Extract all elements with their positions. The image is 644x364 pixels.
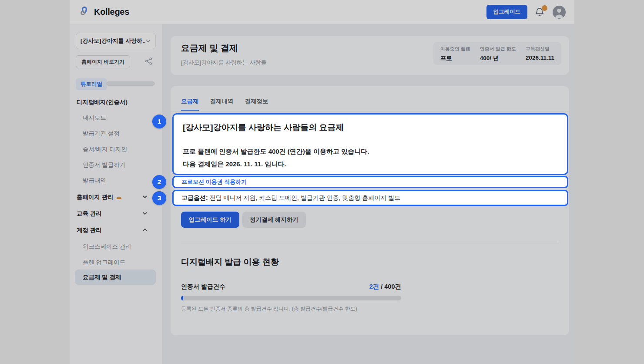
billing-card: 요금제 결제내역 결제정보 [강사모]강아지를 사랑하는 사람들의 요금제 프로… <box>171 86 569 335</box>
advanced-options-text: 전담 매니저 지원, 커스텀 도메인, 발급기관 인증, 맞춤형 홈페이지 빌드 <box>208 194 401 202</box>
page-subtitle: [강사모]강아지를 사랑하는 사람들 <box>181 59 266 67</box>
top-bar-actions: 업그레이드 <box>486 5 566 19</box>
app-window: Kolleges 업그레이드 [강사모]강아지를 사랑하... <box>70 0 574 364</box>
usage-used-count: 2건 <box>369 283 379 290</box>
highlighted-promotion-box: 프로모션 이용권 적용하기 <box>172 176 568 188</box>
brand-logo[interactable]: Kolleges <box>79 6 129 19</box>
sidebar-section-digital-badge: 디지털배지(인증서) <box>77 98 127 106</box>
highlighted-advanced-options-box: 고급옵션: 전담 매니저 지원, 커스텀 도메인, 발급기관 인증, 맞춤형 홈… <box>172 190 568 206</box>
usage-metric-row: 인증서 발급건수 2건 / 400건 <box>181 283 401 291</box>
plan-summary-cert-limit: 인증서 발급 한도 400/ 년 <box>480 46 516 61</box>
sidebar-group-label: 계정 관리 <box>77 226 102 234</box>
tab-payment-history[interactable]: 결제내역 <box>210 98 234 111</box>
usage-progress-fill <box>181 296 183 300</box>
sidebar-item-issue-history[interactable]: 발급내역 <box>83 177 106 185</box>
usage-progress-bar <box>181 296 401 300</box>
promotion-coupon-link[interactable]: 프로모션 이용권 적용하기 <box>181 178 247 186</box>
plan-summary-current-plan: 이용중인 플랜 프로 <box>440 46 470 61</box>
sidebar: [강사모]강아지를 사랑하... 홈페이지 바로가기 튜토리얼 디지털배지(인증… <box>70 24 162 364</box>
tab-bar: 요금제 결제내역 결제정보 <box>181 98 268 111</box>
workspace-selector[interactable]: [강사모]강아지를 사랑하... <box>76 33 156 49</box>
annotation-step-3: 3 <box>152 191 166 205</box>
tab-pricing[interactable]: 요금제 <box>181 98 199 111</box>
usage-metric-label: 인증서 발급건수 <box>181 283 225 291</box>
sidebar-item-dashboard[interactable]: 대시보드 <box>83 114 106 122</box>
stat-label: 인증서 발급 한도 <box>480 46 516 52</box>
sidebar-item-badge-design[interactable]: 증서/배지 디자인 <box>83 145 127 153</box>
chevron-down-icon <box>142 210 148 218</box>
sidebar-group-education[interactable]: 교육 관리 <box>77 210 155 218</box>
page-header-card: 요금제 및 결제 [강사모]강아지를 사랑하는 사람들 이용중인 플랜 프로 인… <box>171 36 569 75</box>
top-bar: Kolleges 업그레이드 <box>70 0 574 24</box>
notification-badge <box>542 5 547 11</box>
sidebar-item-workspace-management[interactable]: 워크스페이스 관리 <box>83 243 131 251</box>
user-avatar[interactable] <box>553 6 566 19</box>
stat-label: 구독갱신일 <box>526 46 554 52</box>
crown-icon <box>116 195 122 200</box>
workspace-name: [강사모]강아지를 사랑하... <box>80 37 145 45</box>
plan-description-line2: 다음 결제일은 2026. 11. 11. 입니다. <box>183 160 286 169</box>
brand-name: Kolleges <box>94 7 129 17</box>
usage-caption: 등록된 모든 인증서 종류의 총 발급건수 입니다. (총 발급건수/발급건수 … <box>181 305 357 313</box>
advanced-options-label: 고급옵션: <box>181 194 208 202</box>
stat-value: 프로 <box>440 54 470 62</box>
tutorial-progress-bar <box>106 81 155 86</box>
section-divider <box>181 243 559 243</box>
plan-title: [강사모]강아지를 사랑하는 사람들의 요금제 <box>183 122 344 133</box>
annotation-step-1: 1 <box>152 115 166 128</box>
sidebar-item-issue-certificate[interactable]: 인증서 발급하기 <box>83 161 125 169</box>
stat-value: 2026.11.11 <box>526 54 554 61</box>
share-icon[interactable] <box>144 57 153 67</box>
usage-metric-value: 2건 / 400건 <box>369 283 401 291</box>
plan-description-line1: 프로 플랜에 인증서 발급한도 400건 (연간)을 이용하고 있습니다. <box>183 148 369 156</box>
plan-summary-renewal-date: 구독갱신일 2026.11.11 <box>526 46 554 61</box>
notifications-button[interactable] <box>534 7 546 18</box>
highlighted-plan-box: [강사모]강아지를 사랑하는 사람들의 요금제 프로 플랜에 인증서 발급한도 … <box>172 113 568 175</box>
chevron-up-icon <box>142 227 148 234</box>
plan-action-buttons: 업그레이드 하기 정기결제 해지하기 <box>181 212 306 228</box>
upgrade-button[interactable]: 업그레이드 <box>486 5 528 19</box>
upgrade-plan-button[interactable]: 업그레이드 하기 <box>181 212 239 228</box>
usage-section-heading: 디지털배지 발급 이용 현황 <box>181 256 279 268</box>
tutorial-button[interactable]: 튜토리얼 <box>76 78 107 90</box>
main-content: 요금제 및 결제 [강사모]강아지를 사랑하는 사람들 이용중인 플랜 프로 인… <box>162 24 574 364</box>
tab-payment-info[interactable]: 결제정보 <box>245 98 268 111</box>
sidebar-group-label: 홈페이지 관리 <box>77 193 114 201</box>
tab-bar-divider <box>171 111 569 111</box>
homepage-link-button[interactable]: 홈페이지 바로가기 <box>76 55 130 68</box>
stat-label: 이용중인 플랜 <box>440 46 470 52</box>
plan-summary-box: 이용중인 플랜 프로 인증서 발급 한도 400/ 년 구독갱신일 2026.1… <box>433 42 561 65</box>
usage-separator: / <box>379 283 384 290</box>
chevron-down-icon <box>145 38 151 44</box>
annotation-step-2: 2 <box>152 175 166 189</box>
stat-value: 400/ 년 <box>480 54 516 62</box>
kolleges-logo-icon <box>79 6 91 19</box>
sidebar-item-issuer-settings[interactable]: 발급기관 설정 <box>83 130 120 138</box>
page-title: 요금제 및 결제 <box>181 42 238 54</box>
sidebar-item-billing-active[interactable]: 요금제 및 결제 <box>75 270 156 285</box>
cancel-subscription-button[interactable]: 정기결제 해지하기 <box>242 212 306 228</box>
sidebar-group-account[interactable]: 계정 관리 <box>77 226 155 234</box>
sidebar-group-label: 교육 관리 <box>77 210 102 218</box>
sidebar-item-plan-upgrade[interactable]: 플랜 업그레이드 <box>83 259 125 266</box>
chevron-down-icon <box>142 194 148 201</box>
usage-limit-count: 400건 <box>384 283 401 290</box>
sidebar-group-homepage[interactable]: 홈페이지 관리 <box>77 193 155 201</box>
